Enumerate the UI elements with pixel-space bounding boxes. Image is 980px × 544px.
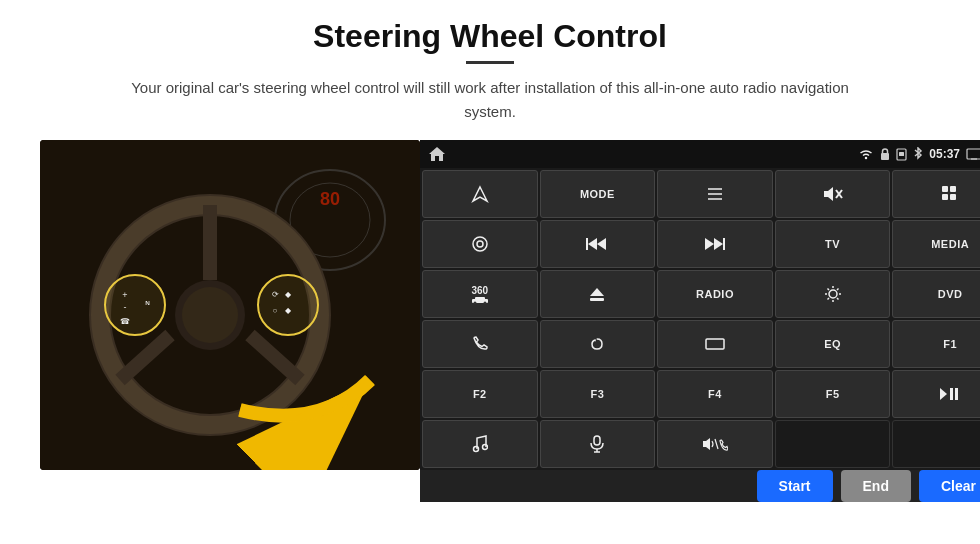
radio-label: RADIO — [696, 288, 734, 300]
f3-label: F3 — [590, 388, 604, 400]
steering-wheel-image: 80 + - ☎ ɴ — [40, 140, 420, 470]
btn-rectangle[interactable] — [657, 320, 773, 368]
svg-marker-51 — [590, 288, 604, 296]
btn-eject[interactable] — [540, 270, 656, 318]
svg-point-66 — [473, 447, 478, 452]
dvd-label: DVD — [938, 288, 963, 300]
btn-list[interactable] — [657, 170, 773, 218]
svg-rect-25 — [899, 152, 904, 156]
apps-icon — [941, 185, 959, 203]
f5-label: F5 — [826, 388, 840, 400]
svg-rect-52 — [590, 298, 604, 301]
btn-f5[interactable]: F5 — [775, 370, 891, 418]
btn-radio[interactable]: RADIO — [657, 270, 773, 318]
f1-label: F1 — [943, 338, 957, 350]
navigate-icon — [471, 185, 489, 203]
end-button[interactable]: End — [841, 470, 911, 502]
rewind-icon — [586, 237, 608, 251]
page-container: Steering Wheel Control Your original car… — [0, 0, 980, 544]
f4-label: F4 — [708, 388, 722, 400]
btn-navigate[interactable] — [422, 170, 538, 218]
btn-fastforward[interactable] — [657, 220, 773, 268]
svg-line-58 — [827, 289, 829, 291]
btn-apps[interactable] — [892, 170, 980, 218]
btn-mute[interactable] — [775, 170, 891, 218]
svg-text:◆: ◆ — [285, 306, 292, 315]
bluetooth-icon — [913, 147, 923, 161]
svg-rect-68 — [594, 436, 600, 445]
radio-grid: MODE — [420, 168, 980, 470]
btn-360[interactable]: 360 — [422, 270, 538, 318]
svg-marker-44 — [705, 238, 714, 250]
start-button[interactable]: Start — [757, 470, 833, 502]
btn-dvd[interactable]: DVD — [892, 270, 980, 318]
music-icon — [472, 435, 488, 453]
brightness-icon — [824, 285, 842, 303]
tv-label: TV — [825, 238, 840, 250]
btn-brightness[interactable] — [775, 270, 891, 318]
btn-mode[interactable]: MODE — [540, 170, 656, 218]
btn-vol-phone[interactable] — [657, 420, 773, 468]
btn-swirl[interactable] — [540, 320, 656, 368]
btn-f3[interactable]: F3 — [540, 370, 656, 418]
svg-text:◆: ◆ — [285, 290, 292, 299]
media-label: MEDIA — [931, 238, 969, 250]
title-divider — [466, 61, 514, 64]
svg-text:⟳: ⟳ — [272, 290, 279, 299]
clear-button[interactable]: Clear — [919, 470, 980, 502]
btn-phone[interactable] — [422, 320, 538, 368]
svg-text:+: + — [122, 290, 127, 300]
360-content: 360 — [471, 285, 489, 304]
svg-rect-23 — [881, 153, 889, 160]
svg-rect-26 — [967, 149, 980, 159]
svg-point-39 — [473, 237, 487, 251]
swirl-icon — [588, 335, 606, 353]
btn-f2[interactable]: F2 — [422, 370, 538, 418]
svg-point-10 — [182, 287, 238, 343]
svg-point-11 — [105, 275, 165, 335]
btn-music[interactable] — [422, 420, 538, 468]
vol-phone-icon — [702, 436, 728, 452]
svg-marker-41 — [597, 238, 606, 250]
eq-label: EQ — [824, 338, 841, 350]
page-title: Steering Wheel Control — [313, 18, 667, 55]
status-bar: 05:37 — [420, 140, 980, 168]
home-icon[interactable] — [428, 146, 446, 162]
car-icon — [471, 296, 489, 304]
svg-line-72 — [715, 439, 718, 449]
status-left — [428, 146, 446, 162]
steering-wheel-svg: 80 + - ☎ ɴ — [40, 140, 420, 470]
svg-rect-35 — [942, 186, 948, 192]
time-display: 05:37 — [929, 147, 960, 161]
lock-icon — [880, 148, 890, 161]
page-subtitle: Your original car's steering wheel contr… — [130, 76, 850, 124]
btn-media[interactable]: MEDIA — [892, 220, 980, 268]
svg-line-59 — [837, 298, 839, 300]
svg-line-61 — [827, 298, 829, 300]
f2-label: F2 — [473, 388, 487, 400]
svg-text:○: ○ — [273, 306, 278, 315]
svg-marker-32 — [824, 187, 833, 201]
btn-play-pause[interactable] — [892, 370, 980, 418]
mic-icon — [590, 435, 604, 453]
bottom-bar: Start End Clear — [420, 470, 980, 502]
svg-rect-48 — [475, 297, 485, 301]
btn-f1[interactable]: F1 — [892, 320, 980, 368]
svg-point-16 — [258, 275, 318, 335]
btn-tv[interactable]: TV — [775, 220, 891, 268]
svg-marker-45 — [714, 238, 723, 250]
mode-label: MODE — [580, 188, 615, 200]
btn-eq[interactable]: EQ — [775, 320, 891, 368]
svg-text:☎: ☎ — [120, 317, 130, 326]
svg-point-67 — [482, 445, 487, 450]
btn-empty-2 — [892, 420, 980, 468]
btn-rewind[interactable] — [540, 220, 656, 268]
svg-marker-71 — [703, 438, 710, 450]
btn-mic[interactable] — [540, 420, 656, 468]
btn-settings[interactable] — [422, 220, 538, 268]
eject-icon — [588, 286, 606, 302]
content-row: 80 + - ☎ ɴ — [40, 140, 940, 480]
btn-f4[interactable]: F4 — [657, 370, 773, 418]
fastforward-icon — [704, 237, 726, 251]
svg-rect-62 — [706, 339, 724, 349]
